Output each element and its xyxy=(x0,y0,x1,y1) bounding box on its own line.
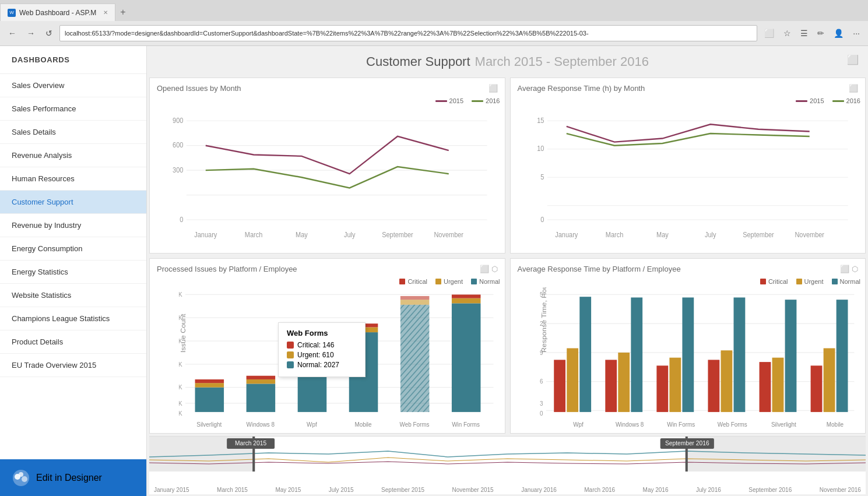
panel4-legend-critical-color xyxy=(760,279,766,284)
sidebar-item-sales-details[interactable]: Sales Details xyxy=(0,121,146,144)
timeline-content: March 2015 September 2016 January 2015 M… xyxy=(149,437,866,494)
svg-rect-91 xyxy=(631,297,642,411)
svg-text:9: 9 xyxy=(540,349,543,356)
sidebar-item-champions-league[interactable]: Champions League Statistics xyxy=(0,307,146,330)
sidebar-item-sales-overview[interactable]: Sales Overview xyxy=(0,74,146,97)
new-tab-button[interactable]: + xyxy=(115,3,130,21)
panel3-legend: Critical Urgent Normal xyxy=(150,277,505,287)
panel1-export-btn[interactable]: ⬜ xyxy=(489,84,498,93)
timeline-label-mar16: March 2016 xyxy=(584,487,615,493)
sidebar-item-website-statistics[interactable]: Website Statistics xyxy=(0,284,146,307)
svg-text:Win Forms: Win Forms xyxy=(452,420,480,428)
edit-icon[interactable]: ✏ xyxy=(814,26,828,40)
menu-icon[interactable]: ☰ xyxy=(797,26,811,40)
panel4-export-btn[interactable]: ⬜ xyxy=(840,265,849,273)
panel2-export-btn[interactable]: ⬜ xyxy=(849,84,858,93)
panel2-header: Average Response Time (h) by Month ⬜ xyxy=(511,78,866,96)
svg-rect-103 xyxy=(836,300,848,412)
panel2-legend-2016: 2016 xyxy=(832,97,860,104)
app-layout: DASHBOARDS Sales Overview Sales Performa… xyxy=(0,46,868,496)
panel-processed-issues: Processed Issues by Platform / Employee … xyxy=(149,258,505,434)
svg-text:900: 900 xyxy=(173,117,183,124)
svg-rect-90 xyxy=(618,352,630,411)
svg-text:12: 12 xyxy=(540,319,543,327)
svg-text:Wpf: Wpf xyxy=(573,420,584,428)
timeline-label-may16: May 2016 xyxy=(643,487,669,493)
more-icon[interactable]: ··· xyxy=(849,26,863,40)
timeline-label-jul15: July 2015 xyxy=(329,487,354,493)
svg-text:600: 600 xyxy=(173,142,183,149)
legend-2016-color xyxy=(472,100,483,102)
svg-text:0: 0 xyxy=(180,216,183,223)
legend-2015-color xyxy=(435,100,447,102)
active-tab[interactable]: W Web Dashboard - ASP.M ✕ xyxy=(0,3,115,21)
url-input[interactable] xyxy=(59,25,757,41)
panel2-chart: 15 10 5 0 January March May July Septemb… xyxy=(515,107,861,248)
svg-text:July: July xyxy=(704,231,716,239)
svg-text:15: 15 xyxy=(540,290,543,298)
bookmark-icon[interactable]: ☆ xyxy=(780,26,795,40)
timeline-label-nov15: November 2015 xyxy=(452,487,494,493)
svg-rect-66 xyxy=(452,298,481,303)
timeline-label-sep15: September 2015 xyxy=(381,487,424,493)
dashboard-date-range: March 2015 - September 2016 xyxy=(475,54,649,69)
svg-rect-97 xyxy=(733,297,745,411)
svg-text:15: 15 xyxy=(537,117,544,124)
svg-rect-87 xyxy=(567,348,578,411)
panel-response-time: Average Response Time (h) by Month ⬜ 201… xyxy=(510,78,866,254)
panel4-legend-normal-label: Normal xyxy=(840,278,860,285)
panel3-title: Processed Issues by Platform / Employee xyxy=(157,265,297,273)
refresh-button[interactable]: ↺ xyxy=(42,26,56,40)
timeline-bar[interactable]: March 2015 September 2016 January 2015 M… xyxy=(149,436,866,494)
legend-urgent-label: Urgent xyxy=(444,278,463,285)
svg-text:January: January xyxy=(555,231,578,239)
svg-text:Mobile: Mobile xyxy=(826,420,843,428)
svg-text:March: March xyxy=(605,231,623,239)
svg-text:0: 0 xyxy=(540,216,544,223)
forward-button[interactable]: → xyxy=(23,26,38,40)
panel4-body: Response Time, Hours 15 12 9 6 3 0 xyxy=(511,287,866,434)
svg-point-2 xyxy=(22,476,27,482)
back-button[interactable]: ← xyxy=(5,26,20,40)
sidebar-item-revenue-analysis[interactable]: Revenue Analysis xyxy=(0,144,146,167)
svg-rect-62 xyxy=(400,300,430,305)
sidebar-item-eu-trade[interactable]: EU Trade Overview 2015 xyxy=(0,354,146,377)
sidebar-item-sales-performance[interactable]: Sales Performance xyxy=(0,97,146,121)
sidebar-item-energy-statistics[interactable]: Energy Statistics xyxy=(0,261,146,284)
panel3-legend-normal: Normal xyxy=(471,278,500,285)
sidebar-item-energy-consumption[interactable]: Energy Consumption xyxy=(0,237,146,261)
svg-text:Silverlight: Silverlight xyxy=(771,420,796,428)
sidebar-footer[interactable]: Edit in Designer xyxy=(0,459,146,496)
svg-rect-49 xyxy=(195,383,224,387)
reader-mode-icon[interactable]: ⬜ xyxy=(761,26,778,40)
svg-text:Wpf: Wpf xyxy=(307,420,317,428)
svg-text:May: May xyxy=(656,231,669,239)
dashboard-export-button[interactable]: ⬜ xyxy=(847,54,859,65)
svg-text:0K: 0K xyxy=(179,409,182,417)
panel4-filter-btn[interactable]: ⬡ xyxy=(852,265,858,273)
panel3-filter-btn[interactable]: ⬡ xyxy=(491,265,498,273)
panel2-legend: 2015 2016 xyxy=(511,96,866,107)
panel4-legend-normal-color xyxy=(832,279,838,284)
timeline-label-may15: May 2015 xyxy=(275,487,301,493)
panel3-export-btn[interactable]: ⬜ xyxy=(480,265,489,273)
svg-text:Silverlight: Silverlight xyxy=(196,420,222,428)
panel1-header: Opened Issues by Month ⬜ xyxy=(150,78,505,96)
legend-urgent-color xyxy=(435,279,441,284)
sidebar-item-product-details[interactable]: Product Details xyxy=(0,330,146,354)
sidebar-item-customer-support[interactable]: Customer Support xyxy=(0,191,146,214)
sidebar-item-revenue-by-industry[interactable]: Revenue by Industry xyxy=(0,214,146,237)
panel4-legend-critical-label: Critical xyxy=(768,278,788,285)
tooltip-urgent-color xyxy=(287,351,294,358)
browser-chrome: W Web Dashboard - ASP.M ✕ + ← → ↺ ⬜ ☆ ☰ … xyxy=(0,0,868,46)
timeline-chart: March 2015 September 2016 xyxy=(149,437,866,486)
tooltip-normal-color xyxy=(287,361,294,368)
svg-rect-89 xyxy=(605,360,617,412)
svg-text:Win Forms: Win Forms xyxy=(667,420,695,428)
tab-close-button[interactable]: ✕ xyxy=(103,9,108,16)
svg-text:September: September xyxy=(382,231,413,239)
user-icon[interactable]: 👤 xyxy=(830,26,847,40)
tooltip-urgent-label: Urgent: 610 xyxy=(297,351,334,359)
panel1-title: Opened Issues by Month xyxy=(157,84,241,93)
sidebar-item-human-resources[interactable]: Human Resources xyxy=(0,167,146,191)
